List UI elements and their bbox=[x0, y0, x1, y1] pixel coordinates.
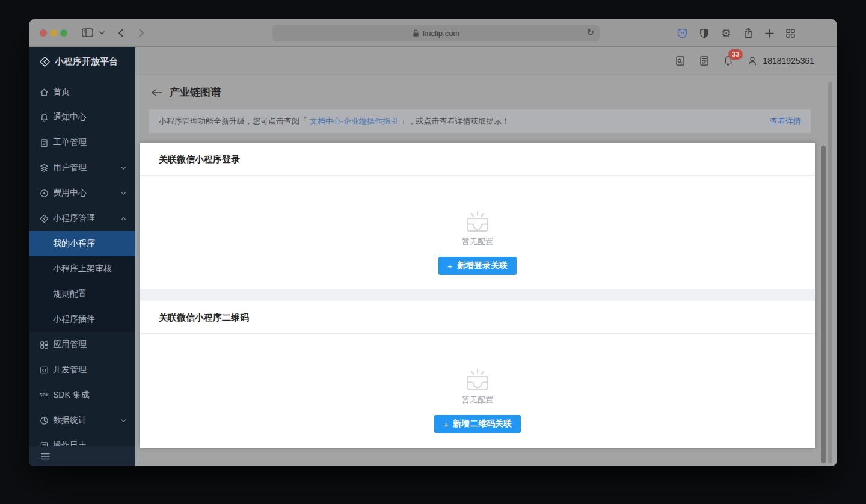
page-title: 产业链图谱 bbox=[170, 85, 221, 99]
sidebar-item-listing-review[interactable]: 小程序上架审核 bbox=[29, 256, 135, 281]
sidebar-item-app-management[interactable]: 应用管理 bbox=[29, 332, 135, 357]
sidebar-collapse-button[interactable] bbox=[29, 446, 135, 466]
forward-button[interactable] bbox=[139, 29, 144, 37]
sidebar-item-rule-config[interactable]: 规则配置 bbox=[29, 281, 135, 307]
main-content: 33 18181925361 产业链图谱 小程序管理功能全新升级，您可点击查 bbox=[135, 47, 837, 466]
chevron-down-icon bbox=[121, 419, 126, 422]
content-panel: 关联微信小程序登录 暂无配置 + 新增登录关联 bbox=[140, 143, 815, 448]
plus-icon: + bbox=[447, 262, 453, 271]
upgrade-notice-bar: 小程序管理功能全新升级，您可点击查阅「 文档中心-企业端操作指引 」，或点击查看… bbox=[149, 109, 811, 133]
browser-window: finclip.com ↻ ⚙ bbox=[29, 19, 837, 466]
sidebar-item-work-orders[interactable]: 工单管理 bbox=[29, 130, 135, 155]
ticket-document-icon bbox=[40, 138, 49, 147]
settings-gear-icon[interactable]: ⚙ bbox=[721, 28, 731, 39]
sidebar-item-user-management[interactable]: 用户管理 bbox=[29, 155, 135, 180]
qrcode-association-card: 关联微信小程序二维码 暂无配置 + 新增二维码关联 bbox=[140, 301, 815, 448]
fullscreen-window-button[interactable] bbox=[60, 29, 67, 37]
app-logo[interactable]: 小程序开放平台 bbox=[29, 47, 135, 76]
content-blocker-shield-icon[interactable] bbox=[677, 28, 687, 38]
bell-icon bbox=[40, 113, 49, 122]
user-avatar-icon[interactable] bbox=[747, 55, 758, 66]
plus-icon: + bbox=[443, 420, 449, 429]
card-title: 关联微信小程序二维码 bbox=[140, 301, 815, 334]
sidebar-item-notifications[interactable]: 通知中心 bbox=[29, 105, 135, 130]
empty-inbox-icon bbox=[464, 367, 491, 392]
doc-center-link[interactable]: 文档中心-企业端操作指引 bbox=[310, 117, 398, 126]
notice-text: 小程序管理功能全新升级，您可点击查阅「 文档中心-企业端操作指引 」，或点击查看… bbox=[159, 116, 510, 127]
browser-scrollbar[interactable] bbox=[828, 82, 832, 463]
tab-overview-icon[interactable] bbox=[786, 29, 795, 38]
file-search-icon[interactable] bbox=[675, 55, 686, 66]
sidebar-item-home[interactable]: 首页 bbox=[29, 79, 135, 105]
empty-inbox-icon bbox=[464, 209, 491, 233]
home-icon bbox=[40, 88, 49, 97]
account-phone-number[interactable]: 18181925361 bbox=[763, 56, 814, 66]
back-button[interactable] bbox=[118, 29, 123, 37]
miniapp-diamond-icon bbox=[40, 214, 49, 223]
notification-bell-icon[interactable]: 33 bbox=[723, 55, 734, 66]
sidebar-item-data-statistics[interactable]: 数据统计 bbox=[29, 408, 135, 433]
page-title-row: 产业链图谱 bbox=[135, 75, 837, 109]
card-title: 关联微信小程序登录 bbox=[140, 143, 815, 176]
sidebar-item-dev-management[interactable]: 开发管理 bbox=[29, 357, 135, 383]
miniprogram-submenu: 我的小程序 小程序上架审核 规则配置 小程序插件 bbox=[29, 231, 135, 332]
sidebar-item-miniprogram-management[interactable]: 小程序管理 bbox=[29, 206, 135, 231]
empty-state-text: 暂无配置 bbox=[462, 395, 493, 405]
sidebar-item-miniprogram-plugins[interactable]: 小程序插件 bbox=[29, 307, 135, 332]
sidebar-item-sdk-integration[interactable]: SDK SDK 集成 bbox=[29, 383, 135, 408]
layers-icon bbox=[40, 164, 49, 173]
minimize-window-button[interactable] bbox=[50, 29, 57, 37]
add-login-association-button[interactable]: + 新增登录关联 bbox=[438, 257, 517, 275]
view-details-link[interactable]: 查看详情 bbox=[770, 116, 801, 127]
app-header: 33 18181925361 bbox=[135, 47, 837, 75]
pie-chart-icon bbox=[40, 416, 49, 425]
code-square-icon bbox=[40, 366, 49, 375]
empty-state-text: 暂无配置 bbox=[462, 236, 493, 247]
chevron-down-icon bbox=[121, 167, 126, 170]
share-icon[interactable] bbox=[743, 28, 753, 38]
reload-button[interactable]: ↻ bbox=[586, 27, 594, 38]
privacy-shield-icon[interactable] bbox=[699, 28, 709, 38]
login-association-card: 关联微信小程序登录 暂无配置 + 新增登录关联 bbox=[140, 143, 815, 289]
sidebar-toggle-icon[interactable] bbox=[82, 28, 93, 37]
close-window-button[interactable] bbox=[40, 29, 47, 37]
file-list-icon[interactable] bbox=[699, 55, 710, 66]
menu-collapse-icon bbox=[41, 453, 50, 460]
sidebar-nav: 首页 通知中心 工单管理 bbox=[29, 76, 135, 458]
add-qrcode-association-button[interactable]: + 新增二维码关联 bbox=[434, 415, 521, 433]
lock-icon bbox=[413, 29, 419, 37]
target-circle-icon bbox=[40, 189, 49, 198]
finclip-diamond-logo-icon bbox=[39, 56, 51, 67]
back-arrow-icon[interactable] bbox=[152, 89, 162, 96]
sdk-icon: SDK bbox=[40, 391, 49, 400]
toolbar-actions: ⚙ bbox=[677, 19, 795, 47]
sidebar: 小程序开放平台 首页 通知中心 bbox=[29, 47, 135, 466]
app-logo-text: 小程序开放平台 bbox=[55, 56, 118, 67]
browser-toolbar: finclip.com ↻ ⚙ bbox=[29, 19, 837, 47]
traffic-lights bbox=[40, 29, 67, 37]
sidebar-item-billing-center[interactable]: 费用中心 bbox=[29, 180, 135, 206]
sidebar-item-my-miniprograms[interactable]: 我的小程序 bbox=[29, 231, 135, 256]
new-tab-plus-icon[interactable] bbox=[765, 29, 774, 38]
chevron-up-icon bbox=[121, 217, 126, 220]
app-grid-icon bbox=[40, 340, 49, 349]
url-text: finclip.com bbox=[423, 29, 459, 38]
address-bar[interactable]: finclip.com ↻ bbox=[272, 25, 600, 41]
notification-count-badge: 33 bbox=[728, 49, 743, 60]
page-scrollbar[interactable] bbox=[821, 146, 826, 463]
chevron-down-icon[interactable] bbox=[99, 31, 105, 35]
chevron-down-icon bbox=[121, 192, 126, 195]
